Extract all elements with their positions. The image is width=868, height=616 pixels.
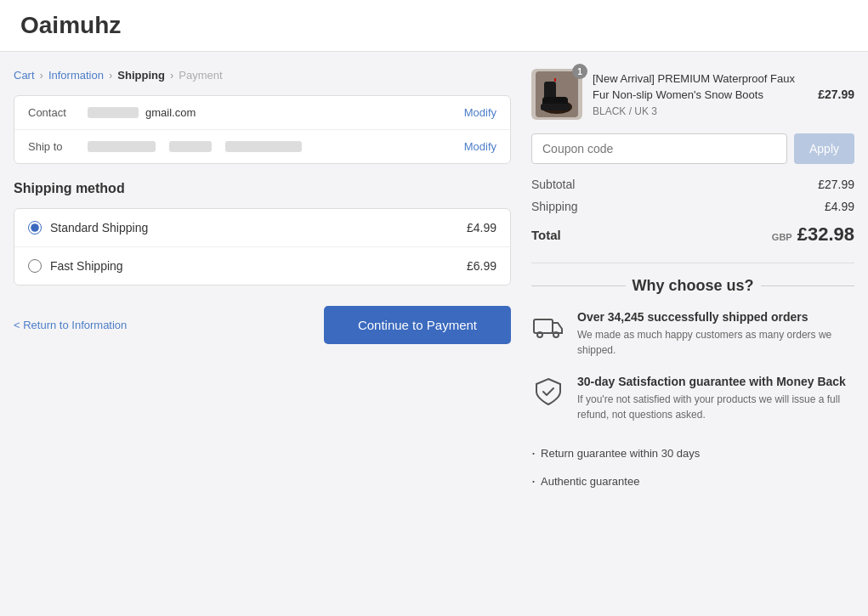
guarantee-item-authentic: Authentic guarantee (531, 467, 854, 495)
contact-label: Contact (28, 106, 88, 119)
info-box: Contact gmail.com Modify Ship to Modify (14, 95, 511, 164)
continue-to-payment-button[interactable]: Continue to Payment (324, 306, 511, 344)
checkout-left-panel: Cart › Information › Shipping › Payment … (14, 69, 511, 495)
total-label: Total (531, 228, 561, 242)
why-guarantee-heading: 30-day Satisfaction guarantee with Money… (577, 375, 854, 388)
shipto-redacted-1 (88, 141, 156, 152)
shield-icon (531, 375, 565, 409)
shipto-redacted-2 (169, 141, 212, 152)
breadcrumb: Cart › Information › Shipping › Payment (14, 69, 511, 82)
truck-svg (533, 312, 564, 342)
shipping-price-standard: £4.99 (467, 221, 496, 235)
guarantee-list: Return guarantee within 30 days Authenti… (531, 439, 854, 495)
breadcrumb-shipping: Shipping (117, 69, 165, 82)
contact-value: gmail.com (88, 106, 464, 119)
shipping-row: Shipping £4.99 (531, 200, 854, 213)
product-name: [New Arrival] PREMIUM Waterproof Faux Fu… (593, 71, 808, 102)
currency-label: GBP (772, 232, 792, 242)
breadcrumb-sep-2: › (109, 69, 112, 82)
why-choose-title: Why choose us? (531, 277, 854, 295)
return-to-information-link[interactable]: < Return to Information (14, 319, 127, 331)
contact-email: gmail.com (145, 106, 196, 119)
shipto-row: Ship to Modify (14, 130, 510, 163)
shipto-label: Ship to (28, 140, 88, 153)
shipping-section-title: Shipping method (14, 181, 511, 196)
order-summary: Subtotal £27.99 Shipping £4.99 Total GBP… (531, 178, 854, 246)
svg-point-8 (553, 332, 559, 337)
breadcrumb-information[interactable]: Information (48, 69, 104, 82)
coupon-input[interactable] (531, 133, 787, 164)
svg-rect-6 (534, 319, 553, 333)
breadcrumb-payment: Payment (179, 69, 222, 82)
contact-redacted (88, 107, 139, 118)
shipping-radio-standard[interactable] (28, 221, 42, 235)
total-amount: £32.98 (797, 223, 854, 246)
shipping-options: Standard Shipping £4.99 Fast Shipping £6… (14, 208, 511, 285)
svg-rect-5 (554, 78, 556, 82)
guarantee-item-return: Return guarantee within 30 days (531, 439, 854, 467)
shipping-radio-fast[interactable] (28, 259, 42, 273)
why-choose-us-section: Why choose us? Over 34,245 successfully … (531, 263, 854, 495)
site-title: Oaimuhz (20, 12, 848, 39)
contact-row: Contact gmail.com Modify (14, 96, 510, 130)
shipping-option-fast[interactable]: Fast Shipping £6.99 (14, 247, 510, 285)
shipping-label-fast: Fast Shipping (50, 259, 467, 273)
shipping-price-fast: £6.99 (467, 259, 496, 273)
why-shipping-body: We made as much happy customers as many … (577, 327, 854, 358)
why-item-shipping: Over 34,245 successfully shipped orders … (531, 310, 854, 358)
why-content-guarantee: 30-day Satisfaction guarantee with Money… (577, 375, 854, 422)
product-variant: BLACK / UK 3 (593, 105, 808, 117)
shipto-redacted-3 (225, 141, 302, 152)
product-info: [New Arrival] PREMIUM Waterproof Faux Fu… (593, 71, 808, 116)
total-row: Total GBP £32.98 (531, 223, 854, 246)
subtotal-label: Subtotal (531, 178, 575, 191)
why-shipping-heading: Over 34,245 successfully shipped orders (577, 310, 854, 324)
truck-icon (531, 310, 565, 344)
subtotal-row: Subtotal £27.99 (531, 178, 854, 191)
contact-modify[interactable]: Modify (464, 106, 496, 119)
svg-point-7 (537, 332, 542, 337)
header: Oaimuhz (0, 0, 868, 52)
product-image-wrap: 1 (531, 69, 582, 120)
breadcrumb-cart[interactable]: Cart (14, 69, 35, 82)
product-thumbnail (536, 71, 578, 117)
shipto-modify[interactable]: Modify (464, 140, 496, 153)
total-right: GBP £32.98 (772, 223, 854, 246)
apply-coupon-button[interactable]: Apply (794, 133, 854, 164)
why-item-guarantee: 30-day Satisfaction guarantee with Money… (531, 375, 854, 422)
shipping-summary-label: Shipping (531, 200, 578, 213)
svg-rect-4 (541, 104, 570, 110)
breadcrumb-sep-1: › (40, 69, 43, 82)
shipping-label-standard: Standard Shipping (50, 221, 467, 235)
shipping-method-section: Shipping method Standard Shipping £4.99 … (14, 181, 511, 285)
product-badge: 1 (572, 64, 587, 79)
why-content-shipping: Over 34,245 successfully shipped orders … (577, 310, 854, 358)
breadcrumb-sep-3: › (170, 69, 173, 82)
bottom-actions: < Return to Information Continue to Paym… (14, 306, 511, 344)
product-price: £27.99 (818, 88, 854, 101)
shield-svg (533, 376, 564, 407)
shipto-value (88, 141, 464, 152)
product-card: 1 [New Arrival] PREMIUM Waterproof Faux … (531, 69, 854, 120)
shipping-option-standard[interactable]: Standard Shipping £4.99 (14, 209, 510, 247)
shipping-summary-value: £4.99 (825, 200, 854, 213)
coupon-row: Apply (531, 133, 854, 164)
subtotal-value: £27.99 (818, 178, 854, 191)
why-guarantee-body: If you're not satisfied with your produc… (577, 392, 854, 422)
order-summary-panel: 1 [New Arrival] PREMIUM Waterproof Faux … (531, 69, 854, 495)
